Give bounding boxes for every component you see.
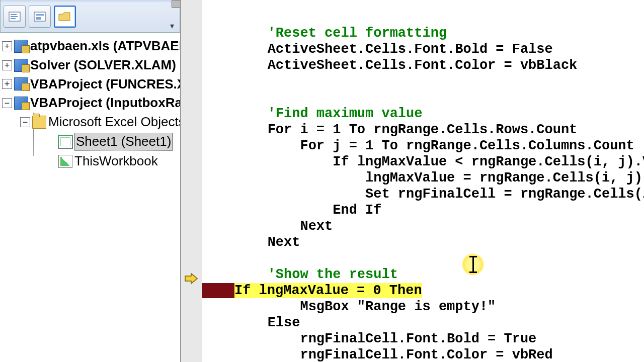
panel-resize-handle[interactable] — [172, 1, 181, 8]
folder-icon — [32, 116, 46, 129]
view-object-button[interactable] — [29, 6, 51, 28]
code-editor[interactable]: 'Reset cell formatting ActiveSheet.Cells… — [202, 0, 644, 362]
svg-rect-5 — [36, 14, 44, 16]
project-icon — [14, 97, 28, 110]
code-comment: 'Show the result — [268, 267, 398, 282]
tree-workbook[interactable]: ThisWorkbook — [74, 153, 158, 170]
code-gutter[interactable] — [181, 0, 202, 362]
toggle-folders-button[interactable] — [54, 6, 76, 28]
tree-node[interactable]: atpvbaen.xls (ATPVBAEN.XLAM) — [30, 38, 180, 55]
tree-folder[interactable]: Microsoft Excel Objects — [48, 114, 180, 131]
collapse-icon[interactable]: − — [20, 117, 30, 127]
code-comment: 'Find maximum value — [268, 106, 423, 121]
project-icon — [14, 77, 28, 90]
code-pane: 'Reset cell formatting ActiveSheet.Cells… — [181, 0, 644, 362]
code-line: rngFinalCell.Font.Bold = True — [300, 331, 536, 346]
collapse-icon[interactable]: − — [2, 98, 12, 108]
code-line: Set rngFinalCell = rngRange.Cells(i, — [365, 187, 644, 202]
code-comment: 'Reset cell formatting — [268, 26, 447, 41]
expand-icon[interactable]: + — [2, 60, 12, 70]
tree-node[interactable]: VBAProject (FUNCRES.XLAM) — [30, 76, 180, 93]
workbook-icon — [58, 155, 72, 168]
project-toolbar: ▾ — [0, 0, 180, 33]
code-line: rngFinalCell.Font.Color = vbRed — [300, 347, 552, 362]
code-line: End If — [333, 203, 381, 218]
tree-node[interactable]: VBAProject (InputboxRange.xlsm) — [30, 95, 180, 112]
code-line: Next — [268, 235, 300, 250]
code-line: For i = 1 To rngRange.Cells.Rows.Count — [268, 122, 578, 137]
text-cursor-highlight — [462, 253, 484, 276]
tree-node[interactable]: Solver (SOLVER.XLAM) — [30, 57, 176, 74]
expand-icon[interactable]: + — [2, 41, 12, 51]
project-icon — [14, 40, 28, 53]
breakpoint-marker[interactable] — [202, 283, 234, 298]
code-line: For j = 1 To rngRange.Cells.Columns.Coun… — [300, 138, 634, 153]
code-line: ActiveSheet.Cells.Font.Bold = False — [268, 42, 553, 57]
sheet-icon — [58, 135, 72, 148]
code-line: Else — [268, 315, 300, 330]
code-line: If lngMaxValue < rngRange.Cells(i, j).Va… — [333, 154, 644, 169]
svg-rect-4 — [34, 12, 45, 21]
code-line: ActiveSheet.Cells.Font.Color = vbBlack — [268, 58, 578, 73]
project-explorer: ▾ + atpvbaen.xls (ATPVBAEN.XLAM) + Solve… — [0, 0, 181, 362]
current-exec-line: If lngMaxValue = 0 Then — [234, 283, 422, 298]
code-line: MsgBox "Range is empty!" — [300, 299, 496, 314]
tree-sheet[interactable]: Sheet1 (Sheet1) — [74, 133, 173, 151]
project-icon — [14, 59, 28, 72]
execution-pointer-icon — [184, 273, 198, 285]
code-line: Next — [300, 219, 333, 234]
code-line: lngMaxValue = rngRange.Cells(i, j).Va — [365, 170, 644, 186]
svg-rect-6 — [36, 17, 41, 20]
project-tree[interactable]: + atpvbaen.xls (ATPVBAEN.XLAM) + Solver … — [0, 33, 180, 362]
expand-icon[interactable]: + — [2, 79, 12, 89]
view-code-button[interactable] — [4, 6, 26, 28]
